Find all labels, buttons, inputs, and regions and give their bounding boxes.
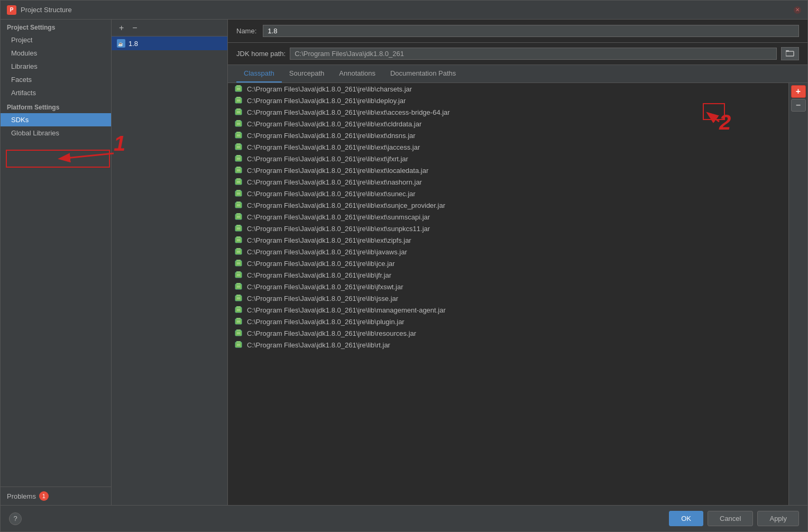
svg-rect-53 (236, 225, 241, 226)
tab-annotations[interactable]: Annotations (332, 65, 383, 82)
close-button[interactable]: ✕ (794, 6, 801, 14)
classpath-list-item[interactable]: C:\Program Files\Java\jdk1.8.0_261\jre\l… (228, 269, 788, 281)
jar-icon (234, 189, 243, 198)
remove-sdk-button[interactable]: − (129, 22, 140, 34)
title-bar: P Project Structure ✕ (1, 1, 807, 20)
svg-rect-3 (786, 50, 789, 52)
classpath-item-path: C:\Program Files\Java\jdk1.8.0_261\jre\l… (247, 318, 405, 326)
jar-icon (234, 143, 243, 151)
classpath-item-path: C:\Program Files\Java\jdk1.8.0_261\jre\l… (247, 178, 422, 186)
classpath-list-item[interactable]: C:\Program Files\Java\jdk1.8.0_261\jre\l… (228, 327, 788, 339)
classpath-list-item[interactable]: C:\Program Files\Java\jdk1.8.0_261\jre\l… (228, 304, 788, 316)
classpath-list-item[interactable]: C:\Program Files\Java\jdk1.8.0_261\jre\l… (228, 339, 788, 351)
sidebar-item-facets[interactable]: Facets (1, 73, 111, 86)
svg-rect-36 (235, 179, 242, 185)
classpath-item-path: C:\Program Files\Java\jdk1.8.0_261\jre\l… (247, 260, 395, 268)
jar-icon (234, 85, 243, 93)
svg-rect-16 (235, 121, 242, 126)
jdk-path-input[interactable] (290, 48, 777, 60)
classpath-list-item[interactable]: C:\Program Files\Java\jdk1.8.0_261\jre\l… (228, 130, 788, 141)
jar-icon (234, 247, 243, 256)
jar-icon (234, 271, 243, 279)
ok-button[interactable]: OK (669, 511, 703, 526)
classpath-list-item[interactable]: C:\Program Files\Java\jdk1.8.0_261\jre\l… (228, 211, 788, 223)
add-sdk-button[interactable]: + (116, 22, 127, 34)
classpath-item-path: C:\Program Files\Java\jdk1.8.0_261\jre\l… (247, 120, 421, 128)
classpath-list-item[interactable]: C:\Program Files\Java\jdk1.8.0_261\jre\l… (228, 188, 788, 199)
svg-rect-72 (235, 284, 242, 289)
app-icon: P (7, 5, 16, 15)
sidebar-item-sdks[interactable]: SDKs (1, 113, 111, 126)
jar-icon (234, 224, 243, 233)
classpath-item-path: C:\Program Files\Java\jdk1.8.0_261\jre\l… (247, 225, 430, 233)
classpath-item-path: C:\Program Files\Java\jdk1.8.0_261\jre\l… (247, 108, 450, 116)
problems-badge: 1 (39, 491, 49, 501)
classpath-item-path: C:\Program Files\Java\jdk1.8.0_261\jre\l… (247, 306, 446, 314)
classpath-list-item[interactable]: C:\Program Files\Java\jdk1.8.0_261\jre\l… (228, 164, 788, 176)
window-title: Project Structure (21, 6, 794, 14)
classpath-list-item[interactable]: C:\Program Files\Java\jdk1.8.0_261\jre\l… (228, 281, 788, 292)
classpath-list-item[interactable]: C:\Program Files\Java\jdk1.8.0_261\jre\l… (228, 153, 788, 164)
svg-rect-73 (236, 283, 241, 285)
svg-rect-5 (236, 85, 241, 87)
tab-classpath[interactable]: Classpath (236, 65, 282, 82)
classpath-item-path: C:\Program Files\Java\jdk1.8.0_261\jre\l… (247, 97, 406, 105)
tab-sourcepath[interactable]: Sourcepath (282, 65, 332, 82)
svg-rect-69 (236, 271, 241, 273)
classpath-list-item[interactable]: C:\Program Files\Java\jdk1.8.0_261\jre\l… (228, 258, 788, 269)
jdk-path-label: JDK home path: (236, 50, 286, 58)
classpath-list[interactable]: C:\Program Files\Java\jdk1.8.0_261\jre\l… (228, 83, 788, 505)
classpath-item-path: C:\Program Files\Java\jdk1.8.0_261\jre\l… (247, 132, 416, 140)
svg-rect-48 (235, 214, 242, 219)
sidebar-item-libraries[interactable]: Libraries (1, 60, 111, 73)
tab-documentation-paths[interactable]: Documentation Paths (383, 65, 463, 82)
svg-rect-24 (235, 144, 242, 150)
svg-rect-84 (235, 319, 242, 324)
classpath-list-item[interactable]: C:\Program Files\Java\jdk1.8.0_261\jre\l… (228, 223, 788, 234)
classpath-list-item[interactable]: C:\Program Files\Java\jdk1.8.0_261\jre\l… (228, 292, 788, 304)
classpath-list-item[interactable]: C:\Program Files\Java\jdk1.8.0_261\jre\l… (228, 176, 788, 188)
classpath-item-path: C:\Program Files\Java\jdk1.8.0_261\jre\l… (247, 341, 390, 349)
classpath-list-item[interactable]: C:\Program Files\Java\jdk1.8.0_261\jre\l… (228, 106, 788, 118)
bottom-left: ? (9, 512, 22, 525)
svg-rect-68 (235, 272, 242, 278)
cancel-button[interactable]: Cancel (708, 511, 753, 526)
classpath-item-path: C:\Program Files\Java\jdk1.8.0_261\jre\l… (247, 295, 398, 302)
classpath-list-item[interactable]: C:\Program Files\Java\jdk1.8.0_261\jre\l… (228, 246, 788, 258)
browse-button[interactable] (781, 47, 799, 60)
svg-rect-28 (235, 156, 242, 161)
svg-rect-80 (235, 307, 242, 313)
classpath-remove-button[interactable]: − (791, 99, 806, 112)
sidebar-item-artifacts[interactable]: Artifacts (1, 86, 111, 99)
classpath-item-path: C:\Program Files\Java\jdk1.8.0_261\jre\l… (247, 155, 408, 163)
sidebar-item-global-libraries[interactable]: Global Libraries (1, 126, 111, 140)
sidebar-item-project[interactable]: Project (1, 33, 111, 47)
classpath-list-item[interactable]: C:\Program Files\Java\jdk1.8.0_261\jre\l… (228, 141, 788, 153)
help-button[interactable]: ? (9, 512, 22, 525)
classpath-list-item[interactable]: C:\Program Files\Java\jdk1.8.0_261\jre\l… (228, 118, 788, 130)
jdk-path-row: JDK home path: (228, 43, 807, 65)
detail-header: Name: (228, 20, 807, 43)
sdk-list-panel: + − ☕ 1.8 (112, 20, 228, 505)
classpath-list-item[interactable]: C:\Program Files\Java\jdk1.8.0_261\jre\l… (228, 316, 788, 327)
problems-label[interactable]: Problems (7, 492, 36, 500)
svg-rect-41 (236, 190, 241, 191)
classpath-add-button[interactable]: + (791, 85, 806, 98)
svg-rect-64 (235, 261, 242, 266)
jar-icon (234, 306, 243, 314)
classpath-item-path: C:\Program Files\Java\jdk1.8.0_261\jre\l… (247, 283, 403, 291)
jar-icon (234, 213, 243, 221)
jar-icon (234, 178, 243, 186)
svg-rect-12 (235, 109, 242, 115)
classpath-list-item[interactable]: C:\Program Files\Java\jdk1.8.0_261\jre\l… (228, 95, 788, 106)
jar-icon (234, 201, 243, 209)
sidebar-item-modules[interactable]: Modules (1, 47, 111, 60)
classpath-list-item[interactable]: C:\Program Files\Java\jdk1.8.0_261\jre\l… (228, 199, 788, 211)
classpath-list-item[interactable]: C:\Program Files\Java\jdk1.8.0_261\jre\l… (228, 234, 788, 246)
sdk-label: 1.8 (128, 40, 138, 48)
apply-button[interactable]: Apply (757, 511, 799, 526)
classpath-list-item[interactable]: C:\Program Files\Java\jdk1.8.0_261\jre\l… (228, 83, 788, 95)
jar-icon (234, 317, 243, 326)
name-input[interactable] (263, 25, 799, 37)
sdk-item-1.8[interactable]: ☕ 1.8 (112, 36, 227, 50)
